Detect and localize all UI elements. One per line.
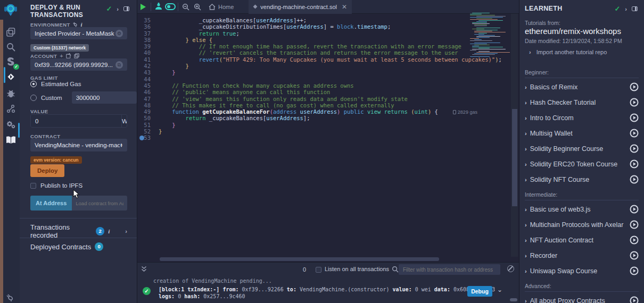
code-line-37[interactable]: 37 return true; [137,30,510,37]
terminal-scroll-thumb[interactable] [510,298,517,301]
code-line-49[interactable]: 49 function getCupcakeBalanceFor(address… [137,108,510,115]
terminal-search-icon[interactable] [392,265,399,275]
play-tutorial-icon[interactable] [630,251,639,260]
play-tutorial-icon[interactable] [630,82,639,91]
import-tutorial-repo-link[interactable]: › Import another tutorial repo [529,49,607,55]
chevron-right-icon[interactable]: › [525,99,527,106]
code-editor[interactable]: 35 _cupcakeBalances[userAddress]++;36 _c… [137,14,510,257]
deployed-contracts-section[interactable]: Deployed Contracts 0 [30,242,127,251]
chevron-right-icon[interactable]: › [525,115,527,121]
solidity-compiler-icon[interactable]: ✓ [4,55,17,68]
tutorial-item[interactable]: ›Multisig Wallet [525,125,639,141]
play-tutorial-icon[interactable] [630,175,639,184]
play-tutorial-icon[interactable] [630,159,639,169]
panel-expand-icon[interactable]: › [117,6,119,12]
code-line-41[interactable]: 41 revert("HTTP 429: Too Many Cupcakes (… [137,56,510,63]
tutorial-item[interactable]: ›Solidity NFT Course [525,172,639,187]
custom-gas-radio[interactable] [30,95,37,101]
environment-settings-icon[interactable]: ⚙ [115,30,123,37]
code-line-42[interactable]: 42 } [137,63,510,69]
tx-expand-icon[interactable]: ⌄ [497,286,502,293]
tutorial-item[interactable]: ›Multichain Protocols with Axelar [525,217,639,232]
learneth-book-icon[interactable] [4,133,17,146]
code-line-48[interactable]: 48 // This makes it free to call (no gas… [137,102,510,108]
tutorial-item[interactable]: ›All about Proxy Contracts [525,293,639,303]
play-tutorial-icon[interactable] [630,144,639,153]
code-line-43[interactable]: 43 } [137,69,510,75]
custom-gas-input[interactable] [72,91,137,104]
code-line-39[interactable]: 39 // If not enough time has passed, rev… [137,43,510,49]
minimap[interactable] [470,13,510,58]
chevron-right-icon[interactable]: › [525,130,527,137]
chevron-right-icon[interactable]: › [525,146,527,152]
tutorial-item[interactable]: ›Uniswap Swap Course [525,263,639,279]
tutorial-item[interactable]: ›Solidity ERC20 Token Course [525,156,639,172]
vertical-scrollbar-thumb[interactable] [512,109,517,206]
file-tab-vending-machine[interactable]: vending-machine-contract.sol ✕ [249,0,352,14]
tutorial-item[interactable]: ›Basics of Remix [525,79,639,95]
custom-gas-option[interactable]: Custom [30,91,127,104]
chevron-right-icon[interactable]: › [525,268,527,274]
code-line-52[interactable]: 52} [137,128,510,134]
run-script-icon[interactable] [137,0,149,14]
debug-button[interactable]: Debug [467,286,492,297]
sign-message-icon[interactable] [66,53,71,58]
contract-select[interactable]: VendingMachine - vending-machin ▲▼ [30,139,127,152]
code-line-45[interactable]: 45 // Function to check how many cupcake… [137,82,510,89]
code-line-44[interactable]: 44 [137,76,510,82]
tutorial-item[interactable]: ›Hash Checker Tutorial [525,95,639,110]
zoom-out-icon[interactable] [180,0,192,14]
account-select[interactable]: 0xf39...92266 (9999.99929... ⧉ [30,58,127,71]
code-line-50[interactable]: 50 return _cupcakeBalances[userAddress]; [137,115,510,121]
code-line-35[interactable]: 35 _cupcakeBalances[userAddress]++; [137,17,510,23]
transactions-expand-icon[interactable]: › [125,228,127,234]
chevron-right-icon[interactable]: › [525,84,527,90]
play-tutorial-icon[interactable] [630,266,639,275]
tutorial-item[interactable]: ›Recorder [525,248,639,263]
copy-account-icon[interactable] [74,53,79,58]
transactions-info-icon[interactable]: i [108,228,110,234]
transactions-recorded-section[interactable]: Transactions recorded 2 i › [30,223,127,239]
chevron-right-icon[interactable]: › [525,222,527,228]
at-address-input[interactable] [72,196,127,211]
play-tutorial-icon[interactable] [630,235,639,245]
play-tutorial-icon[interactable] [630,205,639,214]
chevron-right-icon[interactable]: › [525,237,527,243]
terminal-collapse-icon[interactable] [141,265,147,274]
code-line-38[interactable]: 38 } else { [137,37,510,43]
play-tutorial-icon[interactable] [630,220,639,229]
account-copy-icon[interactable]: ⧉ [115,61,123,69]
debugger-icon[interactable] [4,87,17,99]
code-line-51[interactable]: 51 } [137,122,510,128]
settings-icon[interactable] [4,118,17,131]
estimated-gas-option[interactable]: Estimated Gas [30,81,127,87]
clear-terminal-icon[interactable] [507,265,514,272]
tutorial-item[interactable]: ›Solidity Beginner Course [525,141,639,156]
terminal-filter-input[interactable] [399,264,500,275]
play-tutorial-icon[interactable] [630,296,639,303]
publish-ipfs-row[interactable]: Publish to IPFS [30,182,127,189]
tx-summary-line1[interactable]: [block:1 txIndex:-] from: 0xf39...92266 … [159,287,495,292]
code-line-36[interactable]: 36 _cupcakeDistributionTimes[userAddress… [137,23,510,30]
zoom-in-icon[interactable] [192,0,203,14]
plug-icon[interactable] [73,22,78,27]
estimated-gas-radio[interactable] [30,81,37,87]
environment-select[interactable]: Injected Provider - MetaMask ⚙ [30,27,127,39]
chevron-right-icon[interactable]: › [525,176,527,183]
play-tutorial-icon[interactable] [630,129,639,138]
file-explorer-icon[interactable] [4,26,17,38]
play-tutorial-icon[interactable] [630,113,639,122]
chevron-right-icon[interactable]: › [525,206,527,213]
panel-pin-icon[interactable] [123,6,129,11]
tutorial-item[interactable]: ›NFT Auction Contract [525,232,639,248]
remix-ai-icon[interactable] [153,0,164,14]
code-line-53[interactable]: 53 [137,134,510,141]
search-icon[interactable] [4,40,17,53]
chevron-right-icon[interactable]: › [525,298,527,303]
deploy-run-icon[interactable] [4,70,17,83]
publish-ipfs-checkbox[interactable] [30,183,36,189]
home-tab[interactable]: Home [203,0,239,14]
tutorial-item[interactable]: ›Intro to Circom [525,110,639,125]
learneth-expand-icon[interactable]: › [625,6,627,12]
close-tab-icon[interactable]: ✕ [342,3,347,11]
